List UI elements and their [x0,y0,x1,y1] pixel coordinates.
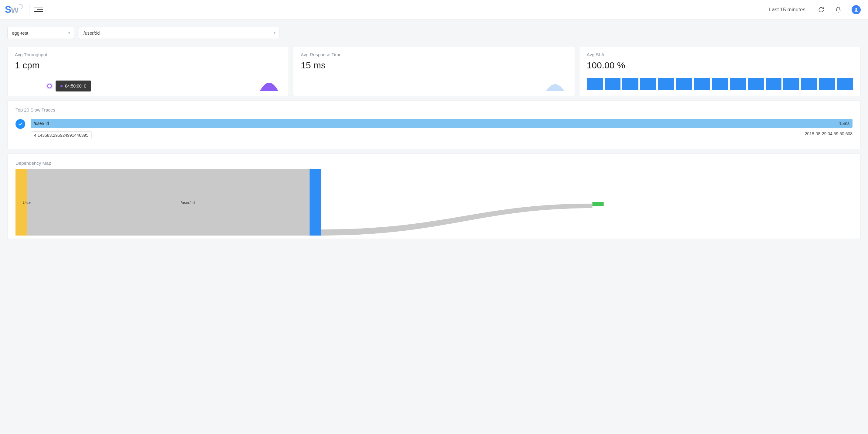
svg-point-0 [855,8,857,9]
kpi-response-card: Avg Response Time 15 ms [293,46,575,96]
logo: Sw [5,4,29,15]
throughput-point: 04:50:00: 0 [47,81,91,91]
bell-icon[interactable] [835,6,842,13]
trace-duration: 15ms [839,121,849,126]
check-circle-icon [16,119,25,129]
kpi-label: Avg SLA [587,52,853,57]
sankey-node-label: User [23,200,31,205]
menu-toggle-icon[interactable] [34,5,43,14]
sankey-node-label: /user/:id [181,200,195,205]
datapoint-marker-icon [47,84,52,88]
kpi-value: 15 ms [301,60,567,70]
chart-tooltip: 04:50:00: 0 [56,81,91,91]
section-title: Top 20 Slow Traces [16,107,852,112]
svg-rect-4 [592,202,603,206]
kpi-row: Avg Throughput 1 cpm 04:50:00: 0 Avg Res… [7,46,861,96]
response-sparkline [543,78,567,91]
kpi-label: Avg Response Time [301,52,567,57]
chevron-down-icon: ▾ [68,31,70,35]
trace-id-chip[interactable]: 4.143583.295924991446395 [31,131,92,139]
avatar[interactable] [851,5,861,14]
throughput-sparkline [257,78,281,91]
section-title: Dependency Map [16,161,852,166]
sla-bar-chart [587,78,853,90]
kpi-throughput-card: Avg Throughput 1 cpm 04:50:00: 0 [7,46,289,96]
time-range-selector[interactable]: Last 15 minutes [769,7,805,13]
kpi-label: Avg Throughput [15,52,281,57]
svg-rect-3 [309,169,321,235]
svg-rect-1 [27,169,309,235]
trace-path: /user/:id [34,121,49,126]
slow-traces-card: Top 20 Slow Traces /user/:id 15ms 4.1435… [7,100,861,149]
kpi-value: 1 cpm [15,60,281,70]
tooltip-text: 04:50:00: 0 [65,84,86,88]
chevron-down-icon: ▾ [274,31,276,35]
trace-duration-bar: /user/:id 15ms [31,119,852,128]
kpi-sla-card: Avg SLA 100.00 % [579,46,861,96]
selector-row: egg-test ▾ /user/:id ▾ [7,27,861,39]
app-header: Sw Last 15 minutes [0,0,868,20]
endpoint-select[interactable]: /user/:id ▾ [79,27,279,39]
kpi-value: 100.00 % [587,60,853,70]
tooltip-dot-icon [60,85,63,87]
trace-row[interactable]: /user/:id 15ms 4.143583.295924991446395 … [16,119,852,139]
dependency-map-card: Dependency Map User /user/:id [7,153,861,239]
dependency-sankey[interactable]: User /user/:id [16,169,852,238]
refresh-icon[interactable] [817,6,825,13]
trace-timestamp: 2018-08-29 04:59:50.608 [805,131,852,139]
app-select-value: egg-test [12,30,28,35]
endpoint-select-value: /user/:id [84,30,100,35]
app-select[interactable]: egg-test ▾ [7,27,74,39]
